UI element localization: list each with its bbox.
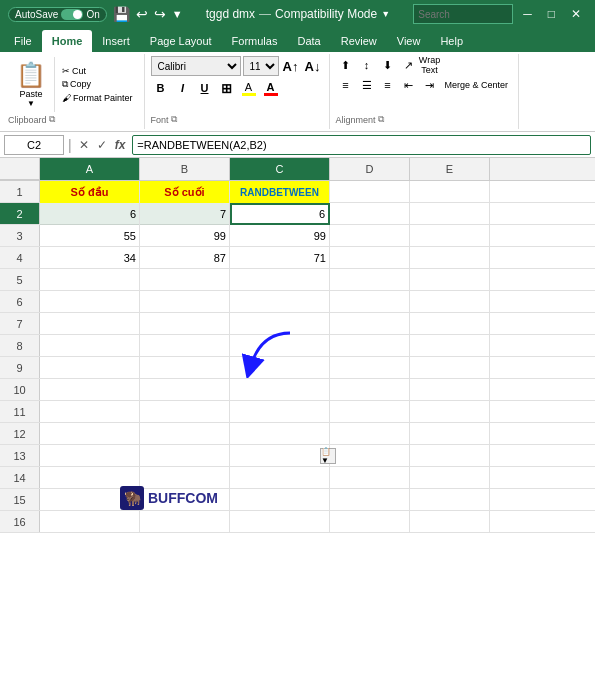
cell-A1[interactable]: Số đầu xyxy=(40,181,140,203)
align-bottom-button[interactable]: ⬇ xyxy=(378,56,398,74)
row-header-1[interactable]: 1 xyxy=(0,181,40,202)
grid-row: 15 🦬 BUFFCOM xyxy=(0,489,595,511)
cell-C2[interactable]: 6 xyxy=(230,203,330,225)
formula-input[interactable] xyxy=(132,135,591,155)
select-all-button[interactable] xyxy=(0,158,40,180)
cell-C1[interactable]: RANDBETWEEN xyxy=(230,181,330,203)
alignment-group-label: Alignment ⧉ xyxy=(336,112,513,127)
tab-insert[interactable]: Insert xyxy=(92,30,140,52)
tab-page-layout[interactable]: Page Layout xyxy=(140,30,222,52)
autosave-toggle[interactable] xyxy=(61,9,83,20)
tab-file[interactable]: File xyxy=(4,30,42,52)
cell-B2[interactable]: 7 xyxy=(140,203,230,225)
cell-E2[interactable] xyxy=(410,203,490,225)
col-header-E[interactable]: E xyxy=(410,158,490,180)
autosave-badge[interactable]: AutoSave On xyxy=(8,7,107,22)
text-angle-button[interactable]: ↗ xyxy=(399,56,419,74)
tab-formulas[interactable]: Formulas xyxy=(222,30,288,52)
italic-button[interactable]: I xyxy=(173,78,193,98)
confirm-formula-button[interactable]: ✓ xyxy=(94,138,110,152)
search-input[interactable] xyxy=(413,4,513,24)
formula-bar: | ✕ ✓ fx xyxy=(0,132,595,158)
increase-font-button[interactable]: A↑ xyxy=(281,56,301,76)
cell-D1[interactable] xyxy=(330,181,410,203)
tab-view[interactable]: View xyxy=(387,30,431,52)
align-left-button[interactable]: ≡ xyxy=(336,76,356,94)
grid-row: 16 xyxy=(0,511,595,533)
alignment-group: ⬆ ↕ ⬇ ↗ Wrap Text ≡ ☰ ≡ ⇤ ⇥ Merge & Cent… xyxy=(330,54,520,129)
decrease-indent-button[interactable]: ⇤ xyxy=(399,76,419,94)
tab-help[interactable]: Help xyxy=(430,30,473,52)
cell-C4[interactable]: 71 xyxy=(230,247,330,269)
col-header-C[interactable]: C xyxy=(230,158,330,180)
cell-A2[interactable]: 6 xyxy=(40,203,140,225)
grid-row: 13 xyxy=(0,445,595,467)
decrease-font-button[interactable]: A↓ xyxy=(303,56,323,76)
cell-E3[interactable] xyxy=(410,225,490,247)
grid-row: 1 Số đầu Số cuối RANDBETWEEN xyxy=(0,181,595,203)
wrap-text-button[interactable]: Wrap Text xyxy=(420,56,440,74)
font-expand-icon[interactable]: ⧉ xyxy=(171,114,177,125)
cell-E4[interactable] xyxy=(410,247,490,269)
align-center-button[interactable]: ☰ xyxy=(357,76,377,94)
copy-button[interactable]: ⧉ Copy xyxy=(59,78,136,91)
title-bar-center: tggd dmx — Compatibility Mode ▼ xyxy=(206,7,390,21)
col-header-A[interactable]: A xyxy=(40,158,140,180)
col-header-D[interactable]: D xyxy=(330,158,410,180)
redo-icon[interactable]: ↪ xyxy=(154,6,166,22)
cell-D2[interactable] xyxy=(330,203,410,225)
grid-row: 14 xyxy=(0,467,595,489)
fill-color-button[interactable]: A xyxy=(239,78,259,98)
tab-data[interactable]: Data xyxy=(287,30,330,52)
row-header-4[interactable]: 4 xyxy=(0,247,40,268)
cell-A3[interactable]: 55 xyxy=(40,225,140,247)
merge-center-button[interactable]: Merge & Center xyxy=(441,79,513,91)
alignment-expand-icon[interactable]: ⧉ xyxy=(378,114,384,125)
minimize-button[interactable]: ─ xyxy=(517,7,538,21)
cell-D3[interactable] xyxy=(330,225,410,247)
cancel-formula-button[interactable]: ✕ xyxy=(76,138,92,152)
paste-button[interactable]: 📋 Paste ▼ xyxy=(8,57,55,112)
more-icon[interactable]: ▼ xyxy=(172,8,183,20)
cell-B3[interactable]: 99 xyxy=(140,225,230,247)
underline-button[interactable]: U xyxy=(195,78,215,98)
grid-row: 12 xyxy=(0,423,595,445)
row-header-3[interactable]: 3 xyxy=(0,225,40,246)
undo-icon[interactable]: ↩ xyxy=(136,6,148,22)
cut-button[interactable]: ✂ Cut xyxy=(59,65,136,77)
cell-E1[interactable] xyxy=(410,181,490,203)
cell-B1[interactable]: Số cuối xyxy=(140,181,230,203)
grid-row: 8 xyxy=(0,335,595,357)
border-button[interactable]: ⊞ xyxy=(217,78,237,98)
font-name-select[interactable]: Calibri xyxy=(151,56,241,76)
clipboard-expand-icon[interactable]: ⧉ xyxy=(49,114,55,125)
font-color-button[interactable]: A xyxy=(261,78,281,98)
close-button[interactable]: ✕ xyxy=(565,7,587,21)
paste-options-button[interactable]: 📋▼ xyxy=(320,448,336,464)
grid-row: 9 xyxy=(0,357,595,379)
format-painter-button[interactable]: 🖌 Format Painter xyxy=(59,92,136,104)
cell-D4[interactable] xyxy=(330,247,410,269)
font-size-select[interactable]: 11 xyxy=(243,56,279,76)
align-middle-button[interactable]: ↕ xyxy=(357,56,377,74)
copy-icon: ⧉ xyxy=(62,79,68,90)
formula-separator: | xyxy=(68,137,72,153)
align-right-button[interactable]: ≡ xyxy=(378,76,398,94)
tab-home[interactable]: Home xyxy=(42,30,93,52)
cell-C3[interactable]: 99 xyxy=(230,225,330,247)
separator: — xyxy=(259,7,271,21)
col-header-B[interactable]: B xyxy=(140,158,230,180)
bold-button[interactable]: B xyxy=(151,78,171,98)
align-top-button[interactable]: ⬆ xyxy=(336,56,356,74)
maximize-button[interactable]: □ xyxy=(542,7,561,21)
dropdown-icon[interactable]: ▼ xyxy=(381,9,390,19)
cell-reference-input[interactable] xyxy=(4,135,64,155)
increase-indent-button[interactable]: ⇥ xyxy=(420,76,440,94)
align-row-1: ⬆ ↕ ⬇ ↗ Wrap Text xyxy=(336,56,513,74)
tab-review[interactable]: Review xyxy=(331,30,387,52)
cell-A4[interactable]: 34 xyxy=(40,247,140,269)
insert-function-button[interactable]: fx xyxy=(112,138,129,152)
save-icon[interactable]: 💾 xyxy=(113,6,130,22)
cell-B4[interactable]: 87 xyxy=(140,247,230,269)
row-header-2[interactable]: 2 xyxy=(0,203,40,224)
